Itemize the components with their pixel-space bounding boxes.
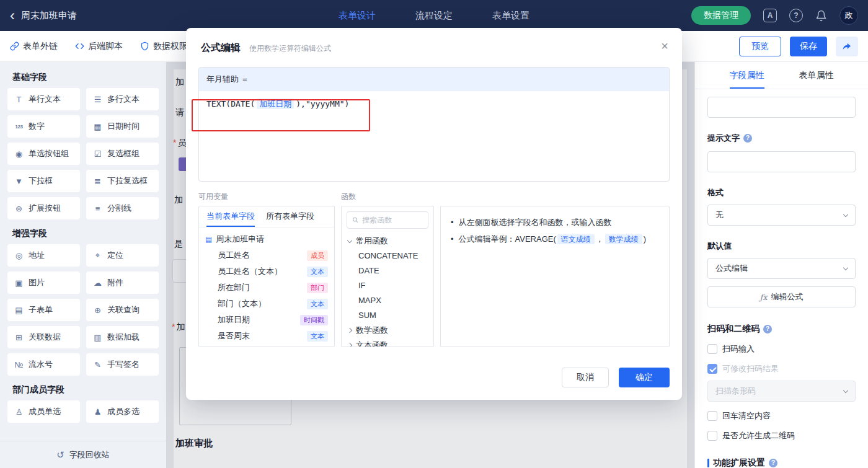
field-item-multi-select[interactable]: ≣下拉复选框 [86,170,159,192]
checkbox-icon[interactable] [707,364,717,374]
barcode-select-value: 扫描条形码 [715,386,756,397]
field-item-select[interactable]: ▼下拉框 [7,170,80,192]
function-group[interactable]: 数学函数 [342,323,433,338]
field-item-divider[interactable]: ≡分割线 [86,197,159,219]
variable-type-tag: 部门 [307,283,328,293]
field-item-single-line-text[interactable]: T单行文本 [7,88,80,110]
confirm-button[interactable]: 确定 [619,368,670,387]
help-icon[interactable]: ? [789,9,803,22]
field-item-image[interactable]: ▣图片 [7,272,80,294]
field-item-checkbox-group[interactable]: ☑复选框组 [86,143,159,165]
checkbox-scan-input[interactable]: 扫码输入 [707,343,856,355]
function-group-label: 常用函数 [356,236,388,247]
checkbox-icon[interactable] [707,431,717,441]
field-label: 成员多选 [107,406,140,417]
preview-button[interactable]: 预览 [739,37,781,56]
field-item-datetime[interactable]: ▦日期时间 [86,115,159,138]
number-icon: 123 [14,124,24,130]
field-item-data-load[interactable]: ▥数据加载 [86,326,159,348]
checkbox-icon[interactable] [707,411,717,421]
image-icon: ▣ [14,278,24,288]
function-group[interactable]: 文本函数 [342,338,433,347]
variable-item[interactable]: 是否周末文本 [205,328,328,344]
field-item-member-multi[interactable]: ♟成员多选 [86,400,159,423]
tab-form-design[interactable]: 表单设计 [339,10,376,22]
field-label: 单行文本 [29,94,61,105]
form-external-link[interactable]: 表单外链 [10,41,58,52]
function-group[interactable]: 常用函数 [342,234,433,249]
variable-item[interactable]: 部门（文本）文本 [205,296,328,312]
back-icon[interactable]: ‹ [10,9,15,22]
edit-formula-button[interactable]: ƒx 编辑公式 [707,286,856,307]
share-arrow-icon [842,42,852,51]
format-select[interactable]: 无 [707,205,856,226]
function-item[interactable]: CONCATENATE [342,249,433,263]
formula-editor[interactable]: 年月辅助 = TEXT(DATE(加班日期),"yyyyMM") [198,67,670,182]
default-value-select[interactable]: 公式编辑 [707,258,856,279]
hint-text-input[interactable] [707,151,856,172]
tab-form-setting[interactable]: 表单设置 [492,10,529,22]
field-item-number[interactable]: 123数字 [7,115,80,138]
function-item[interactable]: DATE [342,263,433,278]
tab-current-form-fields[interactable]: 当前表单字段 [206,206,255,227]
close-icon[interactable]: × [661,39,668,53]
function-search-input[interactable] [362,216,423,224]
sidebar-field-grid: ◎地址⌖定位▣图片☁附件▤子表单⊕关联查询⊞关联数据▥数据加载№流水号✎手写签名 [7,244,159,376]
field-item-member-single[interactable]: ♙成员单选 [7,400,80,423]
checkbox-enter-clear[interactable]: 回车清空内容 [707,410,856,422]
qr-help-icon[interactable]: ? [763,325,772,333]
location-icon: ⌖ [92,250,103,260]
top-nav: 表单设计 流程设定 表单设置 [339,10,529,22]
function-search[interactable] [347,211,428,229]
checkbox-allow-qr[interactable]: 是否允许生成二维码 [707,430,856,441]
top-empty-field[interactable] [707,97,856,118]
variable-name: 员工姓名 [218,250,250,261]
field-item-serial-number[interactable]: №流水号 [7,353,80,376]
avatar[interactable]: 政 [839,6,858,25]
field-item-address[interactable]: ◎地址 [7,244,80,267]
data-permission-link[interactable]: 数据权限 [140,41,188,52]
backend-script-label: 后端脚本 [88,41,123,52]
field-item-signature[interactable]: ✎手写签名 [86,353,159,376]
language-icon[interactable]: A [763,9,777,22]
tab-all-form-fields[interactable]: 所有表单字段 [266,206,314,227]
variable-item[interactable]: 员工姓名（文本）文本 [205,263,328,280]
hint-help-icon[interactable]: ? [743,134,752,143]
code-icon [75,42,84,51]
field-item-extended-button[interactable]: ⊚扩展按钮 [7,197,80,219]
multi-line-text-icon: ☰ [92,95,103,104]
extension-help-icon[interactable]: ? [769,459,777,467]
variable-item[interactable]: 所在部门部门 [205,280,328,296]
field-label: 扩展按钮 [29,203,61,214]
notification-bell-icon[interactable] [815,10,827,22]
formula-content[interactable]: TEXT(DATE(加班日期),"yyyyMM") [199,91,669,181]
field-recycle-bin[interactable]: ↺ 字段回收站 [0,441,166,468]
cancel-button[interactable]: 取消 [562,368,609,387]
checkbox-icon[interactable] [707,344,717,354]
share-button[interactable] [836,37,858,56]
backend-script-link[interactable]: 后端脚本 [75,41,123,52]
function-item[interactable]: MAPX [342,293,433,308]
variable-item[interactable]: 员工姓名成员 [205,247,328,263]
sidebar-field-grid: ♙成员单选♟成员多选 [7,400,159,423]
field-item-radio-group[interactable]: ◉单选按钮组 [7,143,80,165]
field-item-attachment[interactable]: ☁附件 [86,272,159,294]
field-item-subform[interactable]: ▤子表单 [7,299,80,321]
tab-field-properties[interactable]: 字段属性 [730,62,764,89]
variable-item[interactable]: 加班日期时间戳 [205,312,328,328]
field-item-location[interactable]: ⌖定位 [86,244,159,267]
function-item[interactable]: SUM [342,308,433,323]
function-item[interactable]: IF [342,278,433,293]
data-manage-button[interactable]: 数据管理 [691,6,751,25]
field-item-lookup[interactable]: ⊕关联查询 [86,299,159,321]
example-field-chip: 语文成绩 [557,234,595,244]
tab-flow-setting[interactable]: 流程设定 [415,10,453,22]
variable-type-tag: 成员 [307,250,328,261]
field-item-linked-data[interactable]: ⊞关联数据 [7,326,80,348]
save-button[interactable]: 保存 [790,37,827,56]
tree-node-form[interactable]: ▤ 周末加班申请 [205,231,328,247]
checkbox-modify-scan-result[interactable]: 可修改扫码结果 [707,363,856,374]
field-item-multi-line-text[interactable]: ☰多行文本 [86,88,159,110]
barcode-select[interactable]: 扫描条形码 [707,381,856,402]
tab-form-properties[interactable]: 表单属性 [799,62,834,89]
